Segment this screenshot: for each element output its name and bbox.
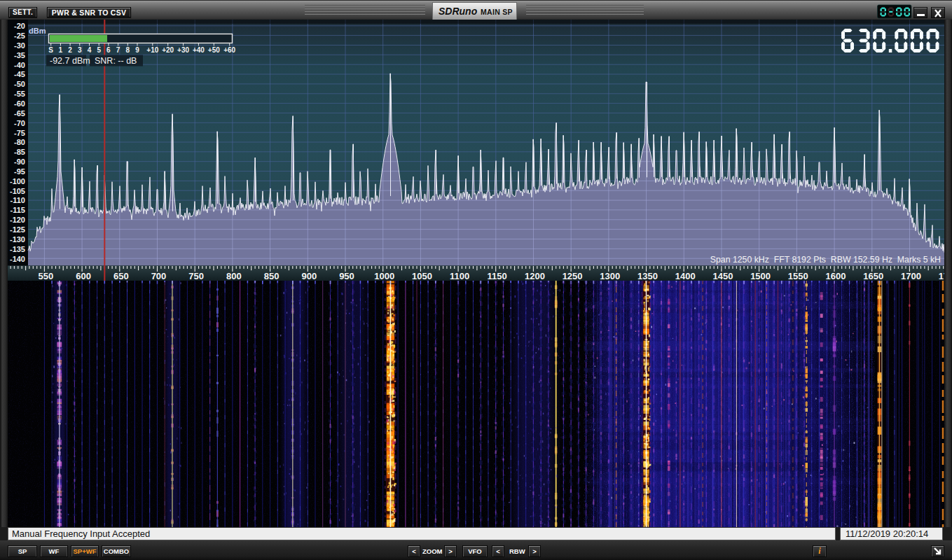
svg-text:2: 2 xyxy=(68,46,72,54)
svg-text:9: 9 xyxy=(135,46,139,54)
svg-text:600: 600 xyxy=(76,271,91,281)
svg-text:Span 1250 kHz FFT 8192 Pts R: Span 1250 kHz FFT 8192 Pts RBW 152.59 Hz… xyxy=(710,255,941,265)
svg-text:-130: -130 xyxy=(10,235,25,244)
svg-text:7: 7 xyxy=(116,46,120,54)
svg-text:1: 1 xyxy=(59,46,63,54)
svg-text:-85: -85 xyxy=(14,148,25,156)
svg-text:-55: -55 xyxy=(14,90,25,98)
svg-text:750: 750 xyxy=(188,271,204,281)
svg-text:-92.7 dBm: -92.7 dBm xyxy=(50,56,90,66)
svg-text:1750: 1750 xyxy=(939,271,944,281)
svg-text:-135: -135 xyxy=(10,245,25,253)
svg-text:1550: 1550 xyxy=(788,271,808,281)
svg-text:1600: 1600 xyxy=(826,271,846,281)
svg-text:6: 6 xyxy=(106,46,111,54)
svg-text:-140: -140 xyxy=(10,255,25,263)
svg-text:-40: -40 xyxy=(14,61,25,69)
svg-text:-100: -100 xyxy=(10,177,25,186)
svg-text:-50: -50 xyxy=(14,80,25,88)
svg-text:-35: -35 xyxy=(14,51,25,59)
svg-text:900: 900 xyxy=(301,271,317,281)
svg-text:-30: -30 xyxy=(14,41,25,50)
svg-text:S: S xyxy=(48,46,53,54)
svg-text:550: 550 xyxy=(39,271,54,281)
svg-text:1200: 1200 xyxy=(525,271,545,281)
svg-text:-80: -80 xyxy=(14,138,25,146)
svg-text:1250: 1250 xyxy=(563,271,583,281)
svg-text:-25: -25 xyxy=(14,31,25,40)
svg-text:5: 5 xyxy=(97,46,101,54)
svg-text:+50: +50 xyxy=(208,46,220,54)
svg-text:-70: -70 xyxy=(14,119,25,127)
svg-text:-90: -90 xyxy=(14,158,25,166)
svg-text:800: 800 xyxy=(226,271,242,281)
svg-text:1450: 1450 xyxy=(712,271,733,281)
svg-text:+60: +60 xyxy=(223,46,235,54)
svg-text:1000: 1000 xyxy=(374,271,394,281)
svg-text:1400: 1400 xyxy=(675,271,696,281)
svg-text:-110: -110 xyxy=(11,196,25,204)
svg-text:1050: 1050 xyxy=(412,271,432,281)
svg-text:-60: -60 xyxy=(14,99,25,108)
svg-text:+30: +30 xyxy=(177,46,189,54)
svg-text:1300: 1300 xyxy=(600,271,620,281)
svg-text:8: 8 xyxy=(126,46,130,54)
svg-text:-75: -75 xyxy=(14,129,25,137)
svg-text:-95: -95 xyxy=(14,167,25,176)
svg-text:850: 850 xyxy=(264,271,280,281)
svg-text:+20: +20 xyxy=(162,46,174,54)
svg-text:700: 700 xyxy=(151,271,167,281)
svg-text:-125: -125 xyxy=(10,225,25,234)
svg-text:650: 650 xyxy=(113,271,129,281)
svg-text:3: 3 xyxy=(78,46,82,54)
svg-text:-20: -20 xyxy=(14,22,25,30)
svg-text:1100: 1100 xyxy=(450,271,469,281)
svg-text:950: 950 xyxy=(339,271,354,281)
svg-text:-45: -45 xyxy=(14,70,25,78)
svg-text:SNR: -- dB: SNR: -- dB xyxy=(95,56,137,66)
svg-text:-115: -115 xyxy=(11,206,25,214)
svg-text:-105: -105 xyxy=(10,187,25,195)
svg-text:1150: 1150 xyxy=(488,271,507,281)
svg-text:1650: 1650 xyxy=(863,271,883,281)
svg-text:+10: +10 xyxy=(146,46,158,54)
svg-text:1500: 1500 xyxy=(750,271,771,281)
svg-text:1700: 1700 xyxy=(901,271,921,281)
svg-text:-120: -120 xyxy=(10,216,25,224)
svg-text:-65: -65 xyxy=(14,109,25,118)
svg-text:dBm: dBm xyxy=(29,27,46,35)
svg-text:4: 4 xyxy=(88,46,92,54)
svg-text:1350: 1350 xyxy=(637,271,658,281)
svg-text:+40: +40 xyxy=(193,46,205,54)
